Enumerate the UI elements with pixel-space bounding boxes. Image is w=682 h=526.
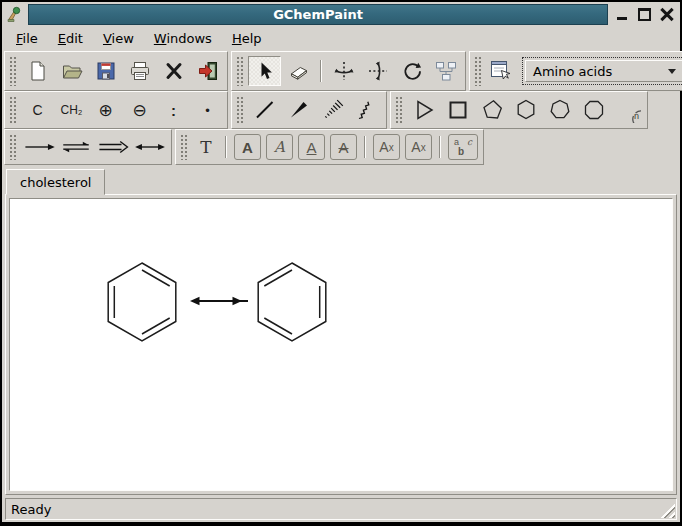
retrosynthesis-arrow-icon [96, 138, 130, 156]
style-c: c [467, 137, 472, 147]
arrows-toolbar [4, 129, 172, 165]
strikethrough-button[interactable]: A [330, 134, 357, 160]
text-tool[interactable]: T [192, 132, 220, 162]
negative-charge-icon: ⊖ [132, 102, 146, 119]
window-title: GChemPaint [28, 4, 608, 25]
cyclopropane-tool[interactable] [407, 95, 440, 125]
retrosynthesis-arrow-tool[interactable] [95, 132, 131, 162]
titlebar[interactable]: GChemPaint [2, 2, 680, 27]
benzene-ring-right[interactable] [258, 263, 326, 341]
hash-bond-tool[interactable] [316, 95, 349, 125]
eraser-tool-button[interactable] [282, 56, 315, 86]
positive-charge-icon: ⊕ [98, 102, 112, 119]
cyclohexane-icon [513, 97, 539, 123]
templates-button[interactable] [486, 56, 516, 86]
mesomery-arrow[interactable] [190, 297, 248, 305]
methylene-fragment-tool[interactable]: CH₂ [55, 95, 88, 125]
select-tool-button[interactable] [248, 56, 281, 86]
resize-grip[interactable] [660, 503, 675, 518]
new-document-button[interactable] [21, 56, 54, 86]
templates-combo-value: Amino acids [533, 64, 612, 79]
electron-pair-tool[interactable]: : [157, 95, 190, 125]
toolbar-drag-handle[interactable] [395, 96, 403, 124]
drawing-canvas[interactable] [9, 198, 673, 491]
underline-button[interactable]: A [298, 134, 325, 160]
rotate-button[interactable] [395, 56, 428, 86]
rotate-icon [400, 59, 424, 83]
save-button[interactable] [89, 56, 122, 86]
toolbar-drag-handle[interactable] [9, 134, 17, 160]
benzene-ring-left[interactable] [108, 263, 176, 341]
menu-windows[interactable]: Windows [146, 28, 220, 49]
menu-help[interactable]: Help [224, 28, 270, 49]
single-bond-tool[interactable] [248, 95, 281, 125]
gchempaint-window: GChemPaint File Edit View Windows Help [0, 0, 682, 526]
cyclobutane-icon [445, 97, 471, 123]
cycloheptane-icon [547, 97, 573, 123]
toolbar-separator [225, 136, 227, 158]
tab-cholesterol[interactable]: cholesterol [6, 169, 105, 195]
toolbar-drag-handle[interactable] [9, 96, 17, 124]
hash-bond-icon [321, 98, 345, 122]
templates-combo[interactable]: Amino acids [522, 57, 682, 85]
cyclopentane-tool[interactable] [475, 95, 508, 125]
quit-door-icon [197, 60, 219, 82]
flip-horizontal-button[interactable] [327, 56, 360, 86]
statusbar: Ready [5, 498, 677, 520]
squiggle-bond-tool[interactable] [350, 95, 383, 125]
electron-pair-icon: : [171, 103, 176, 118]
wedge-bond-tool[interactable] [282, 95, 315, 125]
cycloheptane-tool[interactable] [543, 95, 576, 125]
mesomery-arrow-tool[interactable] [132, 132, 168, 162]
print-button[interactable] [123, 56, 156, 86]
gchempaint-logo-icon [6, 6, 23, 23]
toolbar-drag-handle[interactable] [9, 56, 17, 86]
menu-view[interactable]: View [95, 28, 142, 49]
merge-molecules-icon [434, 59, 458, 83]
minimize-icon[interactable] [616, 8, 629, 21]
cyclohexane-tool[interactable] [509, 95, 542, 125]
reaction-arrow-icon [22, 138, 56, 156]
new-document-icon [27, 60, 49, 82]
toolbar-drag-handle[interactable] [236, 96, 244, 124]
font-style-button[interactable]: a c b [448, 134, 478, 160]
bold-button[interactable]: A [234, 134, 261, 160]
flip-vertical-button[interactable] [361, 56, 394, 86]
equilibrium-arrow-tool[interactable] [58, 132, 94, 162]
superscript-button[interactable]: Ax [405, 134, 432, 160]
maximize-icon[interactable] [638, 8, 651, 21]
merge-button[interactable] [429, 56, 462, 86]
cyclooctane-icon [581, 97, 607, 123]
close-icon[interactable] [660, 8, 673, 21]
molecule-drawing [10, 199, 670, 491]
menu-edit[interactable]: Edit [50, 28, 91, 49]
carbon-atom-tool[interactable]: C [21, 95, 54, 125]
single-electron-icon: • [205, 104, 210, 117]
edit-tools-toolbar [231, 51, 466, 91]
positive-charge-tool[interactable]: ⊕ [89, 95, 122, 125]
single-electron-tool[interactable]: • [191, 95, 224, 125]
dropdown-arrow-icon[interactable] [662, 61, 682, 81]
menu-file[interactable]: File [8, 28, 46, 49]
carbon-label: C [32, 103, 42, 117]
toolbar-drag-handle[interactable] [180, 134, 188, 160]
quit-button[interactable] [191, 56, 224, 86]
reaction-arrow-tool[interactable] [21, 132, 57, 162]
cyclooctane-tool[interactable] [577, 95, 610, 125]
italic-button[interactable]: A [266, 134, 293, 160]
open-button[interactable] [55, 56, 88, 86]
variable-ring-tool[interactable]: n [611, 95, 644, 125]
toolbar-separator [439, 136, 441, 158]
toolbar-row-3: T A A A A Ax Ax a c b [2, 129, 680, 165]
text-tool-label: T [200, 137, 211, 157]
flip-horizontal-icon [332, 59, 356, 83]
status-text: Ready [11, 502, 51, 517]
close-document-button[interactable] [157, 56, 190, 86]
cyclobutane-tool[interactable] [441, 95, 474, 125]
subscript-button[interactable]: Ax [373, 134, 400, 160]
toolbar-drag-handle[interactable] [236, 56, 244, 86]
variable-ring-n-label: n [634, 111, 639, 121]
single-bond-icon [253, 98, 277, 122]
toolbar-drag-handle[interactable] [474, 56, 482, 86]
negative-charge-tool[interactable]: ⊖ [123, 95, 156, 125]
